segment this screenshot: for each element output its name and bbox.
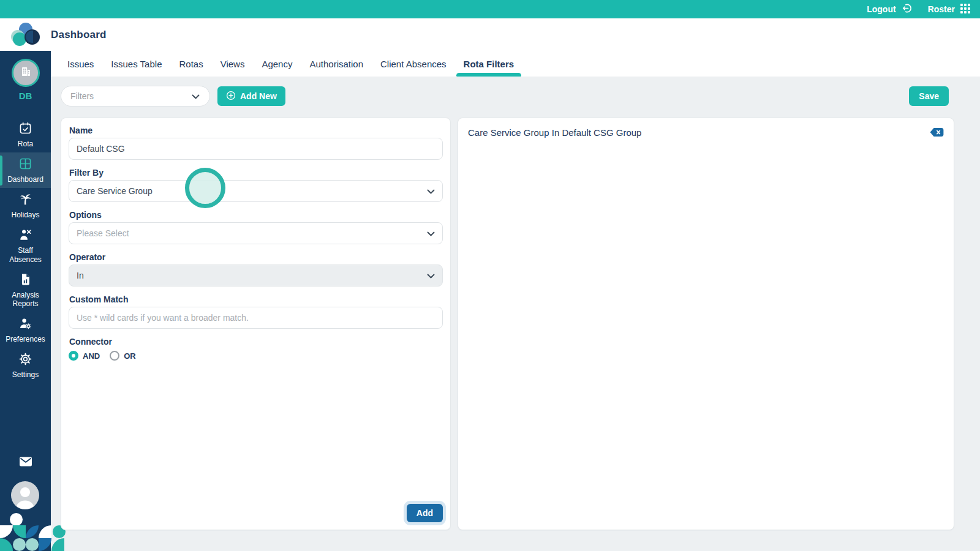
app-header: Dashboard [0, 18, 980, 51]
sidebar-item-analysis-reports[interactable]: Analysis Reports [0, 268, 51, 312]
remove-filter-tag[interactable] [930, 127, 944, 140]
operator-select[interactable]: In [69, 264, 443, 287]
connector-field: Connector AND OR [69, 337, 443, 361]
sidebar-item-label: Dashboard [7, 175, 43, 184]
sidebar-nav: Rota Dashboard Holidays Staff Absences A… [0, 117, 51, 383]
sidebar-item-settings[interactable]: Settings [0, 348, 51, 383]
filter-by-label: Filter By [69, 168, 443, 178]
roster-link[interactable]: Roster [928, 4, 970, 15]
radio-circle-icon [69, 351, 78, 361]
tab-bar: Issues Issues Table Rotas Views Agency A… [51, 51, 980, 77]
connector-or-label: OR [124, 351, 136, 361]
filters-dropdown-value: Filters [70, 91, 94, 101]
name-field: Name [69, 126, 443, 160]
person-gear-icon [18, 317, 32, 333]
sidebar-item-label: Settings [12, 370, 39, 379]
tab-rota-filters[interactable]: Rota Filters [455, 51, 523, 77]
main-content: Issues Issues Table Rotas Views Agency A… [51, 51, 980, 551]
sidebar-item-label: Analysis Reports [4, 291, 48, 308]
custom-match-input[interactable] [69, 307, 443, 329]
page-title: Dashboard [51, 29, 107, 41]
chevron-down-icon [427, 186, 435, 196]
connector-radio-group: AND OR [69, 351, 443, 361]
options-placeholder: Please Select [77, 228, 129, 238]
options-label: Options [69, 210, 443, 220]
filters-dropdown[interactable]: Filters [61, 86, 210, 107]
plus-circle-icon [226, 91, 236, 102]
secondary-avatar[interactable] [11, 481, 39, 509]
building-icon [18, 64, 34, 82]
sidebar-item-staff-absences[interactable]: Staff Absences [0, 223, 51, 268]
operator-field: Operator In [69, 252, 443, 287]
person-crossed-icon [18, 228, 32, 244]
calendar-check-icon [18, 121, 32, 138]
grid-apps-icon [960, 4, 970, 15]
tab-authorisation[interactable]: Authorisation [301, 51, 372, 77]
logout-link[interactable]: Logout [867, 3, 911, 15]
sidebar-item-label: Rota [18, 140, 33, 148]
custom-match-label: Custom Match [69, 294, 443, 304]
connector-radio-and[interactable]: AND [69, 351, 100, 361]
logout-icon [902, 3, 912, 15]
chevron-down-icon [427, 271, 435, 280]
tab-issues[interactable]: Issues [59, 51, 102, 77]
tab-issues-table[interactable]: Issues Table [102, 51, 170, 77]
sidebar-item-label: Staff Absences [4, 246, 48, 263]
operator-label: Operator [69, 252, 443, 262]
applied-filters-panel: Care Service Group In Default CSG Group [458, 118, 954, 530]
mail-button[interactable] [0, 455, 51, 470]
filter-by-value: Care Service Group [77, 186, 153, 196]
tab-client-absences[interactable]: Client Absences [372, 51, 455, 77]
top-bar: Logout Roster [0, 0, 980, 18]
connector-label: Connector [69, 337, 443, 347]
save-button[interactable]: Save [909, 86, 949, 106]
user-initials: DB [19, 91, 32, 101]
add-filter-button[interactable]: Add [407, 504, 443, 522]
toolbar: Filters Add New Save [61, 86, 949, 107]
dashboard-grid-icon [18, 157, 32, 173]
filter-by-field: Filter By Care Service Group [69, 168, 443, 202]
tab-views[interactable]: Views [212, 51, 254, 77]
logout-label: Logout [867, 4, 895, 14]
envelope-icon [18, 455, 33, 470]
name-input[interactable] [69, 138, 443, 160]
add-new-button[interactable]: Add New [217, 86, 285, 106]
options-field: Options Please Select [69, 210, 443, 244]
sidebar-item-preferences[interactable]: Preferences [0, 312, 51, 348]
user-avatar[interactable] [12, 59, 40, 87]
options-select[interactable]: Please Select [69, 222, 443, 244]
name-label: Name [69, 126, 443, 135]
connector-radio-or[interactable]: OR [110, 351, 136, 361]
filter-by-select[interactable]: Care Service Group [69, 180, 443, 202]
radio-circle-icon [110, 351, 119, 361]
sidebar-item-rota[interactable]: Rota [0, 117, 51, 152]
connector-and-label: AND [83, 351, 100, 361]
chevron-down-icon [427, 228, 435, 238]
custom-match-field: Custom Match [69, 294, 443, 329]
chevron-down-icon [192, 91, 200, 101]
gear-icon [18, 352, 32, 369]
tab-agency[interactable]: Agency [253, 51, 301, 77]
applied-filter-text: Care Service Group In Default CSG Group [468, 126, 641, 138]
sidebar-item-dashboard[interactable]: Dashboard [0, 152, 51, 188]
report-document-icon [18, 272, 32, 289]
sidebar-item-holidays[interactable]: Holidays [0, 188, 51, 223]
filter-form-panel: Name Filter By Care Service Group Option… [61, 118, 451, 530]
app-logo [11, 23, 40, 47]
palm-tree-icon [18, 192, 32, 209]
add-new-label: Add New [240, 91, 277, 101]
sidebar-item-label: Preferences [6, 335, 45, 343]
sidebar: DB Rota Dashboard Holidays Staff Absence… [0, 51, 51, 551]
operator-value: In [77, 271, 84, 280]
sidebar-item-label: Holidays [11, 211, 39, 219]
roster-label: Roster [928, 4, 955, 14]
tab-rotas[interactable]: Rotas [170, 51, 211, 77]
